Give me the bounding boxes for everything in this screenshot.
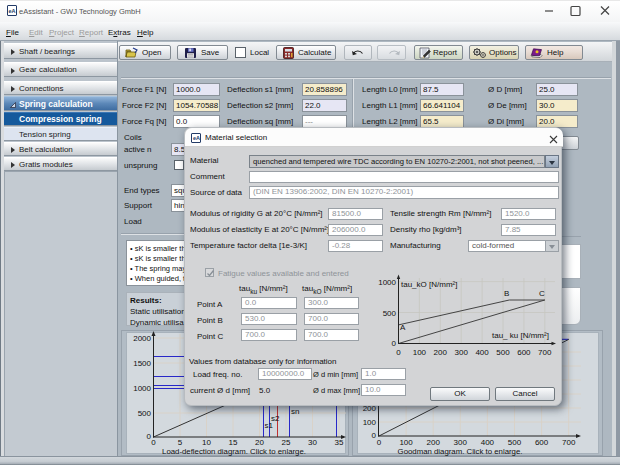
svg-text:200: 200 xyxy=(427,438,441,447)
svg-text:0: 0 xyxy=(377,438,382,447)
svg-text:400: 400 xyxy=(475,348,489,357)
svg-text:300: 300 xyxy=(454,438,468,447)
svg-text:1500: 1500 xyxy=(133,359,151,368)
svg-text:15: 15 xyxy=(229,438,238,447)
svg-text:B: B xyxy=(504,289,509,298)
svg-text:1000: 1000 xyxy=(133,384,151,393)
svg-text:tau_ ku [N/mm²]: tau_ ku [N/mm²] xyxy=(492,331,549,340)
svg-text:Load-deflection diagram. Click: Load-deflection diagram. Click to enlarg… xyxy=(162,447,306,456)
svg-text:Goodman diagram. Click to enla: Goodman diagram. Click to enlarge. xyxy=(398,447,523,456)
svg-text:0: 0 xyxy=(151,438,156,447)
svg-text:500: 500 xyxy=(138,409,152,418)
svg-text:10: 10 xyxy=(202,438,211,447)
svg-text:C: C xyxy=(539,289,545,298)
svg-text:100: 100 xyxy=(413,348,427,357)
svg-text:s2: s2 xyxy=(271,414,280,423)
svg-text:100: 100 xyxy=(399,438,413,447)
svg-text:35: 35 xyxy=(335,438,344,447)
svg-text:20: 20 xyxy=(255,438,264,447)
svg-text:100: 100 xyxy=(363,418,377,427)
svg-text:25: 25 xyxy=(282,438,291,447)
svg-text:A: A xyxy=(400,323,406,332)
svg-text:0: 0 xyxy=(392,339,397,348)
svg-text:500: 500 xyxy=(508,438,522,447)
svg-text:700: 700 xyxy=(562,438,576,447)
svg-text:600: 600 xyxy=(517,348,531,357)
svg-text:500: 500 xyxy=(496,348,510,357)
svg-text:700: 700 xyxy=(538,348,552,357)
svg-text:300: 300 xyxy=(455,348,469,357)
svg-text:30: 30 xyxy=(308,438,317,447)
svg-text:0: 0 xyxy=(396,348,401,357)
svg-text:600: 600 xyxy=(535,438,549,447)
svg-text:400: 400 xyxy=(481,438,495,447)
svg-text:sn: sn xyxy=(291,407,299,416)
svg-text:tau_kO [N/mm²]: tau_kO [N/mm²] xyxy=(401,280,457,289)
svg-text:500: 500 xyxy=(383,309,397,318)
svg-text:5: 5 xyxy=(178,438,183,447)
svg-text:2000: 2000 xyxy=(133,334,151,343)
svg-text:1000: 1000 xyxy=(378,278,396,287)
svg-text:200: 200 xyxy=(434,348,448,357)
